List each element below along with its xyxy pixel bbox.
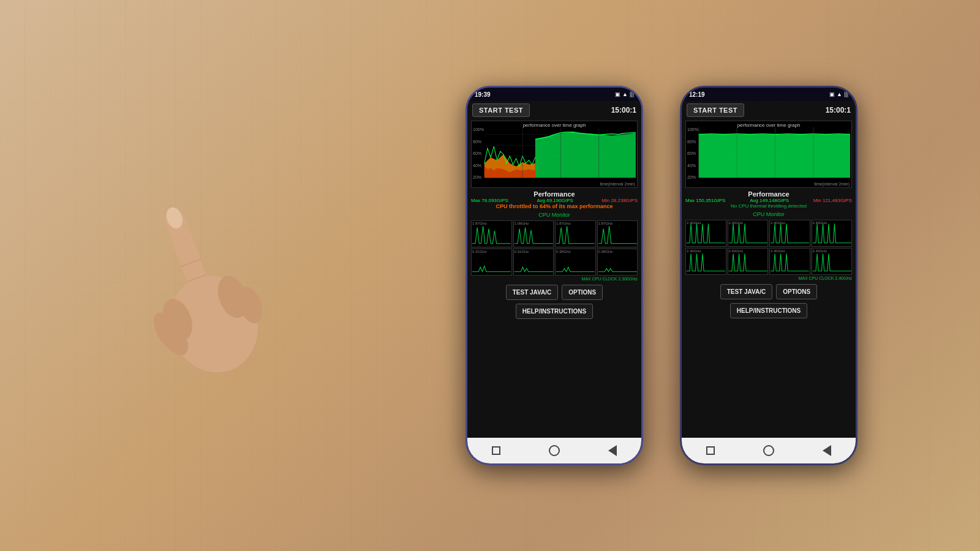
cpu-cell-r2: 2.40GHz: [769, 220, 810, 247]
perf-warning-left: CPU throttled to 64% of its max performa…: [471, 203, 638, 209]
cpu-cell-4: 0.31GHz: [471, 249, 512, 276]
perf-min-left: Min 28.238GIPS: [601, 198, 638, 203]
signal-icon-right: |||: [844, 91, 848, 97]
perf-title-right: Performance: [685, 190, 852, 198]
perf-max-left: Max 78.093GIPS: [471, 198, 508, 203]
notch-right: [750, 88, 787, 99]
timer-left: 15:00:1: [611, 106, 636, 114]
nav-back-right[interactable]: [820, 444, 834, 457]
perf-stats-left: Max 78.093GIPS Avg 69.190GIPS Min 28.238…: [471, 198, 638, 203]
scene: 19:39 ▣ ▲ ||| START TEST 15:00:1 perform…: [123, 86, 858, 465]
svg-marker-25: [699, 135, 850, 178]
cpu-cell-5: 0.31GHz: [513, 249, 554, 276]
graph-label-right: performance over time graph: [737, 122, 801, 128]
cpu-cell-r1: 2.40GHz: [728, 220, 769, 247]
wifi-icon-left: ▲: [622, 91, 628, 97]
btn-row-right: TEST JAVA/C OPTIONS: [682, 282, 856, 302]
app-right: START TEST 15:00:1 performance over time…: [682, 101, 856, 438]
nav-circle-left[interactable]: [548, 444, 561, 457]
spacer-left: [467, 321, 641, 438]
cpu-cell-r4: 2.40GHz: [685, 248, 726, 275]
timer-right: 15:00:1: [826, 106, 851, 114]
help-button-right[interactable]: HELP/INSTRUCTIONS: [730, 303, 807, 318]
y-axis-right: 100% 80% 60% 40% 20%: [687, 127, 698, 179]
cpu-cell-1: 1.09GHz: [513, 220, 554, 247]
graph-svg-left: [472, 121, 637, 187]
cpu-max-label-left: MAX CPU CLOCK 2.300GHz: [467, 277, 641, 281]
status-icons-right: ▣ ▲ |||: [829, 91, 848, 97]
cpu-cell-0: 1.87GHz: [471, 220, 512, 247]
perf-title-left: Performance: [471, 190, 638, 198]
cpu-cell-r5: 2.40GHz: [728, 248, 769, 275]
cpu-grid-right: 2.40GHz 2.40GHz 2.40GHz: [685, 220, 852, 275]
status-icons-left: ▣ ▲ |||: [615, 91, 634, 97]
cpu-cell-r6: 2.40GHz: [769, 248, 810, 275]
options-button-left[interactable]: OPTIONS: [562, 285, 603, 300]
graph-svg-right: [686, 121, 851, 187]
cpu-cell-r7: 2.40GHz: [812, 248, 853, 275]
start-test-button-left[interactable]: START TEST: [472, 103, 530, 117]
cpu-monitor-label-right: CPU Monitor: [682, 211, 856, 217]
cpu-max-label-right: MAX CPU CLOCK 2.40GHz: [682, 276, 856, 280]
cpu-grid-left: 1.87GHz 1.09GHz 1.87GHz: [471, 220, 638, 276]
cpu-cell-7: 0.38GHz: [597, 249, 638, 276]
options-button-right[interactable]: OPTIONS: [776, 284, 817, 299]
battery-icon-left: ▣: [615, 91, 620, 97]
test-java-button-left[interactable]: TEST JAVA/C: [506, 285, 559, 300]
cpu-cell-3: 1.87GHz: [597, 220, 638, 247]
perf-max-right: Max 150,351GIPS: [685, 198, 725, 203]
phone-left: 19:39 ▣ ▲ ||| START TEST 15:00:1 perform…: [466, 86, 643, 465]
time-right: 12:19: [689, 91, 705, 98]
spacer-right: [682, 321, 856, 438]
cpu-cell-6: 0.38GHz: [555, 249, 596, 276]
wifi-icon-right: ▲: [837, 91, 842, 97]
btn-row-left: TEST JAVA/C OPTIONS: [467, 282, 641, 302]
nav-back-left[interactable]: [606, 444, 619, 457]
performance-graph-left: performance over time graph 100% 80% 60%…: [471, 121, 638, 188]
perf-stats-right: Max 150,351GIPS Avg 149,148GIPS Min 121,…: [685, 198, 852, 203]
perf-no-throttle-right: No CPU thermal throttling detected: [685, 203, 852, 209]
btn-row-single-left: HELP/INSTRUCTIONS: [467, 302, 641, 321]
help-button-left[interactable]: HELP/INSTRUCTIONS: [516, 304, 593, 319]
signal-icon-left: |||: [630, 91, 634, 97]
nav-square-right[interactable]: [704, 444, 717, 457]
nav-bar-right: [682, 438, 856, 463]
nav-bar-left: [467, 438, 641, 463]
battery-icon-right: ▣: [829, 91, 835, 97]
perf-avg-right: Avg 149,148GIPS: [750, 198, 789, 203]
perf-avg-left: Avg 69.190GIPS: [537, 198, 573, 203]
phone-right: 12:19 ▣ ▲ ||| START TEST 15:00:1 perform…: [680, 86, 858, 465]
time-left: 19:39: [475, 91, 491, 98]
perf-section-right: Performance Max 150,351GIPS Avg 149,148G…: [682, 189, 856, 210]
nav-square-left[interactable]: [489, 444, 503, 457]
y-axis-left: 100% 80% 60% 40% 20%: [473, 127, 484, 179]
btn-row-single-right: HELP/INSTRUCTIONS: [682, 302, 856, 321]
graph-time-label-right: time(interval 2min): [814, 182, 850, 186]
top-bar-left: START TEST 15:00:1: [467, 101, 641, 119]
top-bar-right: START TEST 15:00:1: [682, 101, 856, 119]
test-java-button-right[interactable]: TEST JAVA/C: [720, 284, 773, 299]
start-test-button-right[interactable]: START TEST: [687, 103, 744, 117]
hand: [98, 153, 294, 398]
cpu-cell-r3: 2.40GHz: [812, 220, 853, 247]
cpu-cell-r0: 2.40GHz: [685, 220, 726, 247]
performance-graph-right: performance over time graph 100% 80% 60%…: [685, 121, 852, 188]
svg-marker-14: [535, 132, 636, 178]
nav-circle-right[interactable]: [762, 444, 775, 457]
graph-time-label-left: time(interval 2min): [600, 182, 635, 186]
graph-label-left: performance over time graph: [523, 122, 586, 128]
hand-svg: [98, 153, 294, 398]
app-left: START TEST 15:00:1 performance over time…: [467, 101, 641, 438]
cpu-monitor-label-left: CPU Monitor: [467, 212, 641, 218]
cpu-cell-2: 1.87GHz: [555, 220, 596, 247]
perf-min-right: Min 121,483GIPS: [813, 198, 852, 203]
notch-left: [536, 88, 573, 99]
perf-section-left: Performance Max 78.093GIPS Avg 69.190GIP…: [467, 189, 641, 211]
